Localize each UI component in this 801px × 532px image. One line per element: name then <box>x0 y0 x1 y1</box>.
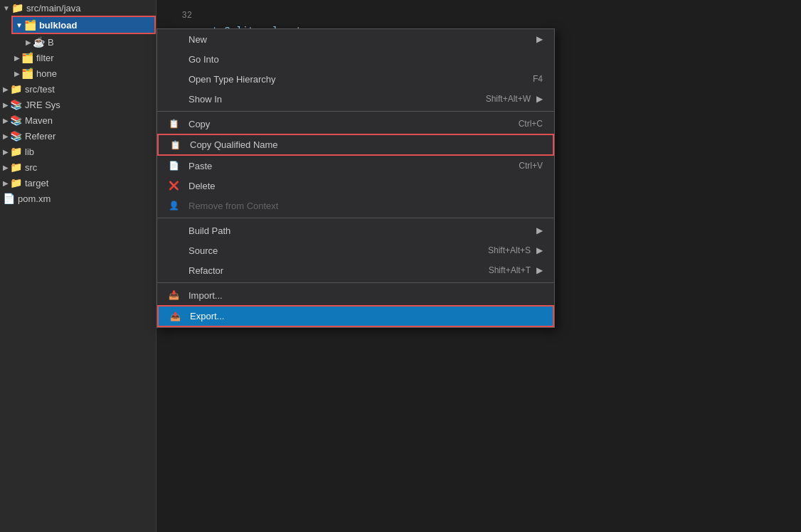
menu-item-refactor[interactable]: Refactor Shift+Alt+T ▶ <box>157 260 554 280</box>
arrow-b: ▶ <box>26 38 31 46</box>
sidebar-item-jre[interactable]: ▶ 📚 JRE Sys <box>0 97 156 112</box>
copy-shortcut: Ctrl+C <box>519 119 543 129</box>
sidebar-item-label-pom: pom.xm <box>18 193 51 204</box>
sidebar-item-label-hone: hone <box>36 68 57 79</box>
sidebar-item-label: src/main/java <box>26 3 81 14</box>
sidebar-item-label-jre: JRE Sys <box>25 100 60 110</box>
lib-maven-icon: 📚 <box>10 115 22 126</box>
arrow-referer: ▶ <box>3 132 9 140</box>
sidebar-item-src[interactable]: ▶ 📁 src <box>0 159 156 175</box>
separator-3 <box>157 282 554 283</box>
xml-icon: 📄 <box>3 193 15 204</box>
sidebar-item-label-referer: Referer <box>25 131 55 142</box>
arrow-filter: ▶ <box>14 54 20 62</box>
menu-item-build-path-label: Build Path <box>189 225 531 236</box>
sidebar-item-pom[interactable]: 📄 pom.xm <box>0 191 156 206</box>
arrow-hone: ▶ <box>14 70 20 78</box>
arrow-maven: ▶ <box>3 117 9 124</box>
menu-item-copy-qualified-name[interactable]: 📋 Copy Qualified Name <box>157 134 554 156</box>
expand-arrow: ▼ <box>3 4 10 12</box>
arrow-src-test: ▶ <box>3 85 9 93</box>
menu-item-new[interactable]: New ▶ <box>157 29 554 49</box>
export-icon: 📤 <box>170 312 184 321</box>
submenu-arrow-refactor: ▶ <box>536 265 543 275</box>
submenu-arrow-build-path: ▶ <box>536 225 543 235</box>
menu-item-import-label: Import... <box>189 290 543 301</box>
import-icon: 📥 <box>169 290 183 300</box>
sidebar-item-src-main-java[interactable]: ▼ 📁 src/main/java <box>0 0 156 16</box>
open-type-hierarchy-shortcut: F4 <box>533 74 543 84</box>
sidebar-item-src-test[interactable]: ▶ 📁 src/test <box>0 81 156 97</box>
sidebar-item-maven[interactable]: ▶ 📚 Maven <box>0 112 156 128</box>
arrow-target: ▶ <box>3 179 9 187</box>
package-filter-icon: 🗂️ <box>21 52 33 63</box>
menu-item-go-into-label: Go Into <box>189 54 543 65</box>
submenu-arrow-new: ▶ <box>536 34 543 44</box>
package-hone-icon: 🗂️ <box>21 68 33 79</box>
source-shortcut: Shift+Alt+S <box>488 245 531 255</box>
package-icon: 🗂️ <box>24 19 36 31</box>
menu-item-copy-label: Copy <box>189 119 504 129</box>
sidebar-item-label-lib: lib <box>25 147 34 157</box>
sidebar-item-filter[interactable]: ▶ 🗂️ filter <box>11 50 156 65</box>
menu-item-build-path[interactable]: Build Path ▶ <box>157 220 554 240</box>
delete-icon: ❌ <box>169 181 183 191</box>
sidebar-item-label-maven: Maven <box>25 115 53 126</box>
sidebar-item-label-filter: filter <box>36 53 54 63</box>
sidebar-item-target[interactable]: ▶ 📁 target <box>0 175 156 191</box>
menu-item-source[interactable]: Source Shift+Alt+S ▶ <box>157 240 554 260</box>
sidebar-item-label-src-test: src/test <box>25 84 55 95</box>
copy-qualified-icon: 📋 <box>170 140 184 150</box>
show-in-shortcut: Shift+Alt+W <box>486 94 531 104</box>
menu-item-refactor-label: Refactor <box>189 265 474 276</box>
menu-item-import[interactable]: 📥 Import... <box>157 285 554 305</box>
menu-item-remove-context-label: Remove from Context <box>189 201 543 211</box>
folder-src-icon: 📁 <box>10 161 22 173</box>
menu-item-remove-context[interactable]: 👤 Remove from Context <box>157 196 554 216</box>
submenu-arrow-show-in: ▶ <box>536 94 543 104</box>
arrow-lib: ▶ <box>3 148 9 156</box>
menu-item-open-type-hierarchy-label: Open Type Hierarchy <box>189 74 519 85</box>
folder-test-icon: 📁 <box>10 83 22 95</box>
menu-item-paste-label: Paste <box>189 161 504 171</box>
lib-referer-icon: 📚 <box>10 130 22 142</box>
project-explorer: ▼ 📁 src/main/java ▼ 🗂️ bulkload ▶ ☕ B ▶ … <box>0 0 157 532</box>
folder-lib-icon: 📁 <box>10 146 22 157</box>
menu-item-export-label: Export... <box>190 311 541 321</box>
menu-item-delete-label: Delete <box>189 181 543 191</box>
expand-arrow-bulkload: ▼ <box>16 21 23 29</box>
menu-item-export[interactable]: 📤 Export... <box>157 305 554 327</box>
sidebar-item-bulkload[interactable]: ▼ 🗂️ bulkload <box>11 16 156 34</box>
remove-context-icon: 👤 <box>169 201 183 211</box>
code-line-1: 32 <box>171 7 787 23</box>
lib-jre-icon: 📚 <box>10 99 22 110</box>
menu-item-copy[interactable]: 📋 Copy Ctrl+C <box>157 114 554 134</box>
paste-shortcut: Ctrl+V <box>519 161 543 171</box>
sidebar-item-label-bulkload: bulkload <box>39 20 77 31</box>
folder-icon: 📁 <box>11 2 23 14</box>
arrow-src: ▶ <box>3 164 9 171</box>
sidebar-item-b[interactable]: ▶ ☕ B <box>23 34 156 50</box>
menu-item-copy-qualified-name-label: Copy Qualified Name <box>190 139 541 150</box>
copy-icon: 📋 <box>169 119 183 129</box>
sidebar-item-lib[interactable]: ▶ 📁 lib <box>0 144 156 159</box>
menu-item-delete[interactable]: ❌ Delete <box>157 176 554 196</box>
menu-item-paste[interactable]: 📄 Paste Ctrl+V <box>157 156 554 176</box>
menu-item-show-in-label: Show In <box>189 94 472 105</box>
separator-2 <box>157 218 554 218</box>
menu-item-open-type-hierarchy[interactable]: Open Type Hierarchy F4 <box>157 69 554 89</box>
paste-icon: 📄 <box>169 161 183 171</box>
sidebar-item-label-b: B <box>48 37 54 48</box>
separator-1 <box>157 111 554 112</box>
sidebar-item-hone[interactable]: ▶ 🗂️ hone <box>11 65 156 81</box>
sidebar-item-label-src: src <box>25 162 37 173</box>
menu-item-new-label: New <box>189 34 531 45</box>
menu-item-go-into[interactable]: Go Into <box>157 49 554 69</box>
menu-item-source-label: Source <box>189 245 474 256</box>
java-icon: ☕ <box>33 36 45 48</box>
sidebar-item-referer[interactable]: ▶ 📚 Referer <box>0 128 156 144</box>
sidebar-item-label-target: target <box>25 178 48 188</box>
context-menu: New ▶ Go Into Open Type Hierarchy F4 Sho… <box>157 28 555 328</box>
folder-target-icon: 📁 <box>10 177 22 188</box>
menu-item-show-in[interactable]: Show In Shift+Alt+W ▶ <box>157 89 554 109</box>
